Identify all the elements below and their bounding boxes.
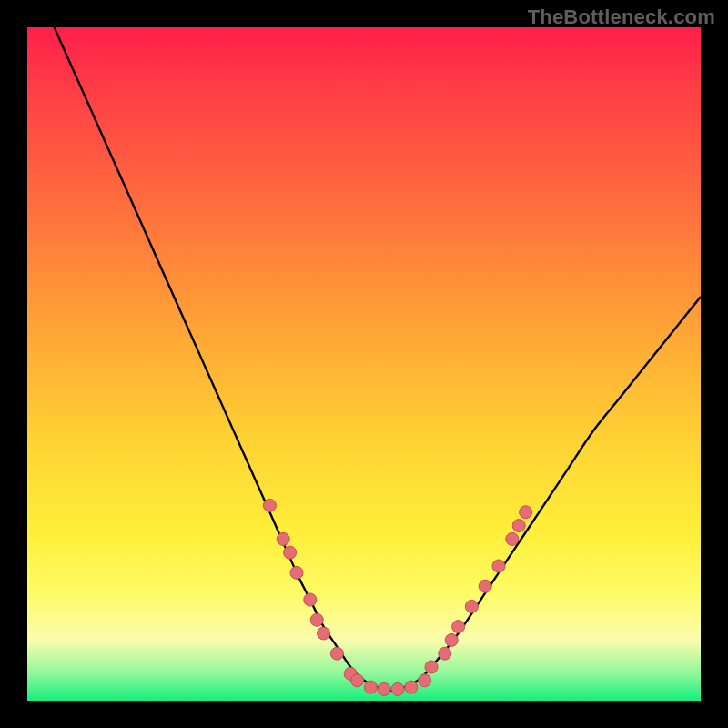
data-marker — [391, 682, 404, 695]
data-marker — [364, 681, 377, 693]
data-marker — [263, 499, 276, 511]
data-marker — [452, 621, 465, 633]
plot-area — [27, 27, 701, 701]
data-markers — [263, 499, 531, 695]
data-marker — [378, 682, 390, 695]
data-marker — [425, 661, 438, 673]
data-marker — [512, 520, 525, 532]
chart-frame: TheBottleneck.com — [0, 0, 728, 728]
data-marker — [351, 674, 364, 687]
data-marker — [492, 560, 505, 572]
watermark-text: TheBottleneck.com — [528, 5, 715, 29]
bottleneck-curve — [55, 27, 701, 691]
data-marker — [310, 613, 323, 626]
data-marker — [318, 627, 330, 640]
data-marker — [520, 506, 532, 519]
data-marker — [445, 633, 458, 646]
data-marker — [304, 593, 317, 606]
data-marker — [439, 647, 451, 660]
data-marker — [479, 580, 491, 592]
data-marker — [284, 546, 297, 559]
data-marker — [419, 674, 431, 687]
data-marker — [330, 647, 343, 660]
data-marker — [290, 566, 303, 579]
plot-overlay — [27, 27, 701, 701]
data-marker — [277, 532, 289, 545]
data-marker — [465, 600, 478, 612]
data-marker — [405, 681, 418, 693]
data-marker — [506, 532, 519, 545]
